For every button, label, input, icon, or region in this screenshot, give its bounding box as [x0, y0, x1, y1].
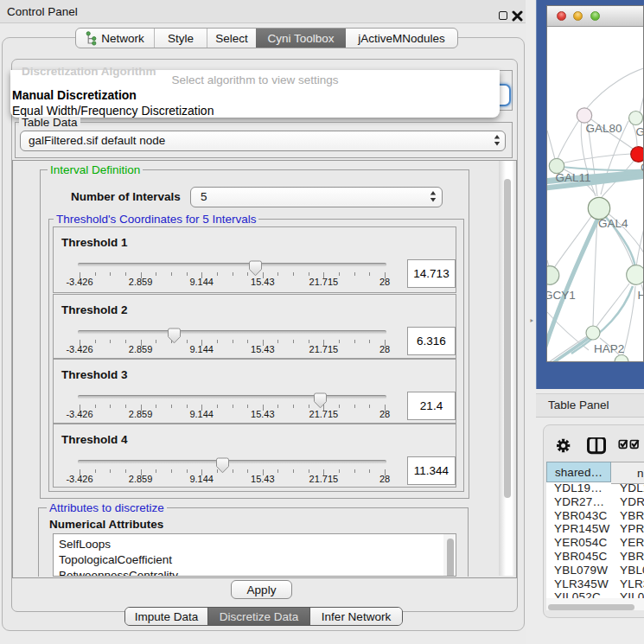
- svg-text:GAL4: GAL4: [598, 217, 628, 230]
- svg-text:GAL11: GAL11: [556, 171, 591, 184]
- svg-text:HAP2: HAP2: [594, 342, 624, 355]
- svg-text:C: C: [641, 161, 644, 174]
- svg-text:GCY1: GCY1: [547, 289, 576, 302]
- svg-text:GAL80: GAL80: [586, 122, 622, 135]
- svg-text:H: H: [638, 289, 644, 302]
- svg-text:GA: GA: [636, 125, 644, 138]
